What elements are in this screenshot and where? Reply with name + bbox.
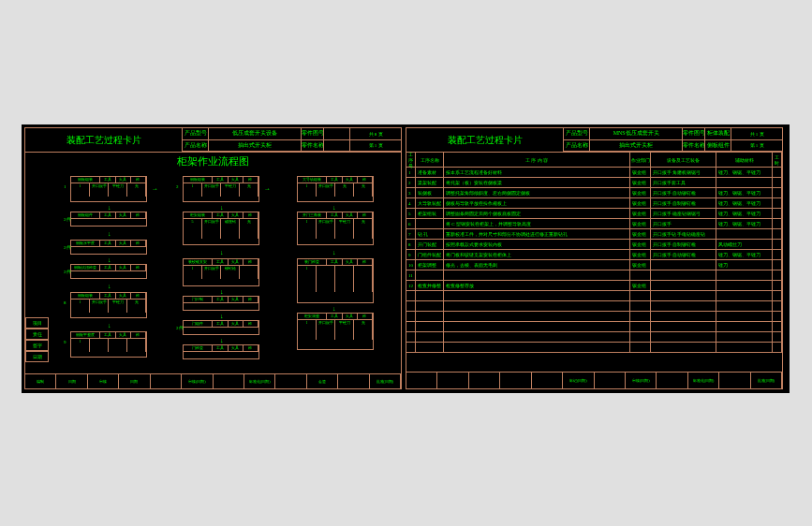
flow-box: 装门检查工具夹具检1 [297, 258, 374, 303]
process-row: 9 门组件装配 将门板和铰链支架安装在柜体上 钣金组 开口扳手 自动铆钉枪 锉刀… [406, 250, 782, 260]
cell-time [773, 229, 782, 239]
tb-pages-1: 共 8 页 第 1 页 [350, 128, 401, 152]
bottom-cell: 审核 [88, 374, 119, 388]
flow-box-id: 1 [64, 184, 66, 189]
cell-num: 10 [406, 260, 416, 270]
cell-dept: 钣金组 [630, 260, 651, 270]
process-row: 1 准备素材 按本系工艺流程准备好材料 钣金组 开口扳手 角磨机钢锯弓 锉刀、钢… [406, 168, 782, 178]
flow-box: 柜架组装工具夹具检5开口扳手磁座钻无 [183, 212, 259, 245]
cell-equip [651, 301, 716, 311]
cell-equip [651, 291, 716, 300]
flow-box-row: 1开口扳手平锉刀无 [71, 300, 146, 306]
flow-box-id: 9 [64, 340, 66, 344]
sheet-1: 装配工艺过程卡片 产品型号 低压成套开关设备 零件图号 产品名称 抽出式开关柜 … [24, 127, 402, 389]
process-row [406, 343, 782, 353]
cad-viewport: 装配工艺过程卡片 产品型号 低压成套开关设备 零件图号 产品名称 抽出式开关柜 … [22, 124, 790, 393]
flow-box-row [71, 306, 146, 313]
bottom-cell: 审核(日期) [182, 374, 213, 388]
flow-box-row: 1开口扳手平锉刀无 [184, 183, 258, 190]
cell-num: 12 [406, 281, 416, 290]
tb-label: 零件图号 [302, 128, 324, 140]
process-row [406, 322, 782, 332]
flow-box: 1侧板组装工具夹具检1开口扳手平锉刀无 [70, 176, 147, 202]
flow-box-header: 柜架组装工具夹具检 [184, 212, 258, 219]
flow-box: 2件侧板水平度工具夹具检 [70, 240, 147, 255]
flow-box: 门控制工具夹具检 [183, 296, 259, 311]
cell-dept: 钣金组 [630, 240, 651, 249]
flow-box-row [298, 333, 373, 340]
tb-val: 抽出式开关柜 [209, 140, 302, 153]
flow-box-header: 开门三角装工具夹具检 [298, 212, 373, 219]
cell-equip: 开口扳手 自动铆钉枪 [651, 250, 716, 259]
cell-name: 开门装配 [416, 240, 444, 249]
tb-label: 产品名称 [564, 140, 590, 153]
cell-dept: 钣金组 [630, 229, 651, 239]
cell-dept: 钣金组 [630, 188, 651, 197]
tb-val [324, 128, 350, 140]
cell-num [406, 301, 416, 311]
col-num: 工序号 [406, 153, 416, 167]
cell-name: 门组件装配 [416, 250, 444, 259]
cell-aux [716, 178, 773, 187]
flow-box-header: 柜架调整工具夹具检 [298, 314, 373, 320]
cell-content: 调整托架角部倾斜度、左右两侧固定侧板 [444, 188, 630, 197]
cell-content: 将 C 型钢安装在柜架上，并调整导轨高度 [444, 219, 630, 228]
flowchart-area: 1侧板组装工具夹具检1开口扳手平锉刀无2侧板组装工具夹具检1开口扳手平锉刀无大导… [25, 170, 401, 374]
cell-dept: 钣金组 [630, 168, 651, 177]
cell-num [406, 291, 416, 300]
cell-dept: 钣金组 [630, 178, 651, 187]
cell-time [773, 250, 782, 259]
flow-box: 装铰链支架工具夹具检1开口扳手铆钉枪 [183, 258, 259, 286]
cell-num: 5 [406, 209, 416, 218]
tb-label: 零件名称 [302, 140, 324, 153]
side-label: 签字 [25, 340, 49, 351]
flow-box-row: 1开口扳手平锉刀无 [298, 320, 373, 327]
flow-arrow: ↓ [220, 204, 224, 212]
flow-arrow: ↓ [108, 283, 111, 290]
title-block-2: 装配工艺过程卡片 产品型号 MNS低压成套开关 零件图号 柜体装配 产品名称 抽… [406, 128, 782, 153]
side-label: 责任 [25, 329, 49, 340]
cell-content [444, 301, 630, 311]
bottom-cell: 标记(日期) [563, 373, 594, 388]
flow-box-header: 装门检查工具夹具检 [298, 259, 373, 266]
cell-num: 8 [406, 240, 416, 249]
flow-box-row: 1开口扳手铆钉枪 [184, 266, 258, 272]
cell-content: 将托架（板）安装在侧板梁 [444, 178, 630, 187]
cell-equip: 开口扳手套工具 [651, 178, 716, 187]
flow-arrow: ↓ [220, 337, 224, 344]
flow-box-row [298, 279, 373, 285]
flow-box-row [184, 190, 258, 197]
cell-num [406, 312, 416, 321]
flow-arrow: ↓ [220, 288, 224, 296]
flow-box-row [298, 226, 373, 232]
cell-time [773, 301, 782, 311]
cell-equip: 开口扳手 自制铆钉枪 [651, 198, 716, 208]
side-labels: 项目 责任 签字 日期 [25, 317, 49, 362]
cell-dept [630, 312, 651, 321]
bottom-cell: 审核(日期) [626, 373, 657, 388]
cell-dept: 钣金组 [630, 219, 651, 228]
side-label: 日期 [25, 351, 49, 362]
flow-box: 2件侧板组件工具夹具检 [70, 212, 147, 226]
tb-val: 抽出式开关柜 [590, 140, 683, 153]
flow-box-header: 门组件工具夹具检 [184, 321, 258, 328]
cell-equip [651, 332, 716, 342]
cell-dept [630, 301, 651, 311]
flow-box-header: 侧板抗扭检查工具夹具检 [71, 265, 146, 271]
cell-aux [716, 291, 773, 300]
cell-content: 按照承载款式要求安装内板 [444, 240, 630, 249]
cell-dept: 钣金组 [630, 250, 651, 259]
page-total: 共 1 页 [731, 128, 782, 140]
cell-name [416, 291, 444, 300]
col-dept: 作业部门 [630, 153, 651, 167]
col-name: 工序名称 [416, 153, 444, 167]
flow-box: 门检查工具夹具检 [183, 344, 259, 359]
flow-arrow: ↓ [332, 305, 336, 313]
cell-content [444, 270, 630, 280]
bottom-cell [275, 374, 306, 388]
cell-content: 重新校准工件，并对尺寸和部分不协调处进行修正重新钻孔 [444, 229, 630, 239]
cell-num [406, 332, 416, 342]
cell-equip [651, 322, 716, 331]
cell-dept [630, 343, 651, 352]
tb-grid-1: 产品型号 低压成套开关设备 零件图号 产品名称 抽出式开关柜 零件名称 [183, 128, 350, 152]
